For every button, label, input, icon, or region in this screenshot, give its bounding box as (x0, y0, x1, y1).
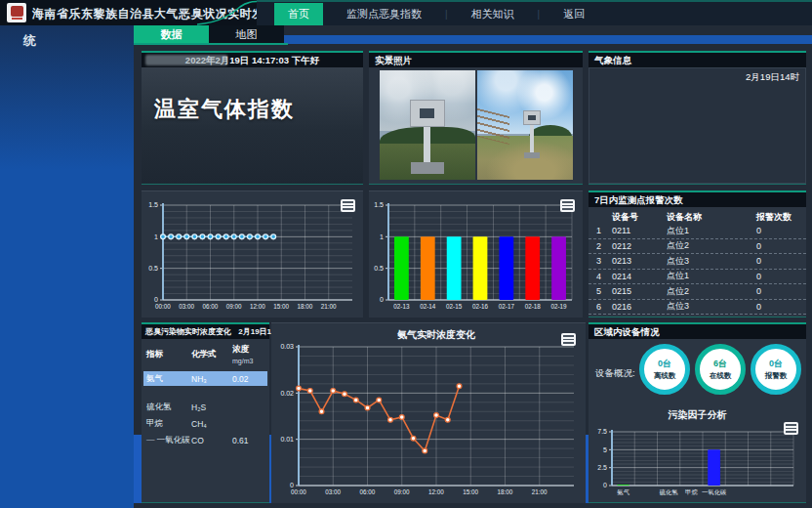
stat-label: 在线数 (710, 371, 732, 381)
device-stats-row: 0台离线数6台在线数0台报警数 (639, 344, 801, 395)
site-photo-1 (380, 70, 475, 180)
svg-text:02-15: 02-15 (446, 303, 463, 310)
tab-underline (134, 43, 288, 45)
odor-table-panel: 恶臭污染物实时浓度变化 2月19日14时 指标 化学式 浓度 mg/m3 氨气N… (142, 322, 269, 503)
pollutant-value: 0.02 (232, 374, 264, 384)
svg-text:21:00: 21:00 (532, 488, 548, 495)
site-photo-2 (477, 70, 573, 180)
system-title-overflow: 统 (23, 32, 36, 50)
nav-item-home[interactable]: 首页 (274, 3, 323, 25)
alarm-col-2: 报警次数 (756, 211, 798, 224)
svg-text:一氧化碳: 一氧化碳 (702, 488, 727, 496)
photo1-monitoring-station (410, 100, 445, 174)
odor-row-NH₃[interactable]: 氨气NH₃0.02 (143, 371, 267, 386)
nh3-trend-panel: 00.010.020.0300:0003:0006:0009:0012:0015… (271, 322, 586, 503)
table-row: 40214点位10 (589, 270, 806, 285)
alarm-table-panel: 7日内监测点报警次数 设备号设备名称报警次数 10211点位1020212点位2… (589, 190, 806, 318)
nav-separator: | (538, 9, 541, 20)
chart-svg-factor-analysis: 02.557.5氨气硫化氢甲烷一氧化碳 (592, 422, 801, 500)
odor-table-body: 氨气NH₃0.02硫化氢H₂S甲烷CH₄—一氧化碳CO0.61 (142, 371, 269, 447)
svg-text:2.5: 2.5 (597, 464, 607, 471)
svg-text:硫化氢: 硫化氢 (659, 488, 679, 496)
table-row: 30213点位30 (589, 254, 806, 270)
odor-row-CO[interactable]: —一氧化碳CO0.61 (142, 433, 269, 447)
pollution-factor-chart: 02.557.5氨气硫化氢甲烷一氧化碳 (592, 422, 801, 500)
pollutant-value: 0.61 (232, 436, 264, 445)
svg-text:18:00: 18:00 (498, 488, 513, 495)
alarm-count: 0 (756, 226, 798, 235)
svg-text:氨气实时浓度变化: 氨气实时浓度变化 (396, 329, 476, 340)
svg-text:09:00: 09:00 (394, 488, 410, 495)
alarm-count: 0 (756, 272, 798, 281)
nav-item-back[interactable]: 返回 (553, 4, 594, 24)
svg-text:0.02: 0.02 (280, 390, 294, 397)
chart-toolbox-icon[interactable] (560, 199, 575, 212)
weather-panel: 气象信息 2月19日14时 (589, 51, 806, 185)
device-name: 点位2 (667, 285, 756, 298)
device-name: 点位1 (667, 225, 756, 237)
row-index: 3 (596, 256, 612, 266)
device-name: 点位3 (667, 255, 756, 268)
greeting-panel: 2022年2月19日 14:17:03 下午好 温室气体指数 (142, 51, 363, 185)
svg-text:02-17: 02-17 (499, 303, 515, 310)
pollutant-formula: CO (191, 436, 232, 445)
dashboard-root: 海南省乐东黎族自治县大气恶臭状况实时发布系 首页监测点恶臭指数|相关知识|返回 … (0, 0, 812, 508)
svg-text:09:00: 09:00 (226, 303, 242, 310)
greeting-panel-body: 温室气体指数 (142, 67, 363, 184)
svg-text:12:00: 12:00 (250, 303, 265, 310)
pollutant-name: 硫化氢 (146, 402, 191, 413)
station-screen (420, 108, 434, 118)
svg-text:1: 1 (154, 233, 158, 240)
swoosh-decoration (195, 0, 264, 25)
pollutant-name: 甲烷 (146, 418, 191, 430)
stat-value: 6台 (713, 358, 727, 370)
device-overview-label: 设备概况: (595, 367, 635, 380)
device-stat-circle-2: 0台报警数 (751, 344, 801, 395)
photo2-monitoring-station (523, 110, 541, 158)
svg-text:15:00: 15:00 (463, 488, 478, 495)
weather-panel-body: 2月19日14时 (589, 67, 806, 184)
svg-text:1.5: 1.5 (148, 201, 158, 208)
greenhouse-trend-chart: 00.511.500:0003:0006:0009:0012:0015:0018… (143, 195, 360, 315)
logo-subtext (12, 18, 22, 20)
table-row: 50215点位20 (589, 284, 806, 300)
station-pole (530, 125, 534, 152)
tab-map[interactable]: 地图 (209, 25, 284, 43)
table-row: 20212点位20 (589, 239, 806, 255)
tab-data[interactable]: 数据 (134, 25, 209, 43)
pollutant-formula: NH₃ (191, 374, 232, 384)
top-bar: 海南省乐东黎族自治县大气恶臭状况实时发布系 首页监测点恶臭指数|相关知识|返回 (0, 0, 812, 25)
blue-accent-strip (284, 35, 812, 44)
svg-text:0.5: 0.5 (148, 265, 158, 272)
svg-text:02-18: 02-18 (525, 303, 542, 310)
svg-text:1: 1 (380, 233, 384, 240)
alarm-count: 0 (756, 241, 798, 251)
daily-index-chart: 00.511.502-1302-1402-1502-1602-1702-1802… (371, 195, 580, 315)
nav-item-related-knowledge[interactable]: 相关知识 (462, 4, 524, 24)
row-index: 1 (596, 226, 612, 235)
svg-text:02-16: 02-16 (472, 303, 489, 310)
station-base (411, 162, 444, 174)
blurred-text-region (145, 55, 227, 65)
chart-svg-daily-index: 00.511.502-1302-1402-1502-1602-1702-1802… (371, 195, 580, 315)
nav-item-station-odor-index[interactable]: 监测点恶臭指数 (337, 4, 431, 24)
stat-label: 报警数 (765, 371, 788, 381)
device-id: 0213 (612, 256, 667, 266)
alarm-table-header: 设备号设备名称报警次数 (589, 210, 806, 224)
svg-text:0.5: 0.5 (374, 265, 384, 272)
alarm-table-body: 10211点位1020212点位2030213点位3040214点位105021… (589, 224, 806, 315)
photo-row (369, 67, 583, 180)
odor-row-H₂S[interactable]: 硫化氢H₂S (142, 400, 269, 414)
chart-toolbox-icon[interactable] (341, 199, 355, 212)
app-logo-icon (7, 3, 26, 22)
svg-text:甲烷: 甲烷 (685, 488, 698, 495)
pollutant-name: —一氧化碳 (146, 435, 191, 446)
odor-row-CH₄[interactable]: 甲烷CH₄ (142, 416, 269, 431)
chart-toolbox-icon[interactable] (561, 333, 576, 346)
alarm-count: 0 (756, 286, 798, 296)
greenhouse-gas-headline: 温室气体指数 (154, 95, 295, 124)
alarm-col-1: 设备名称 (667, 211, 756, 224)
device-stat-circle-0: 0台离线数 (639, 344, 690, 395)
svg-text:15:00: 15:00 (273, 303, 289, 310)
chart-toolbox-icon[interactable] (784, 422, 798, 435)
